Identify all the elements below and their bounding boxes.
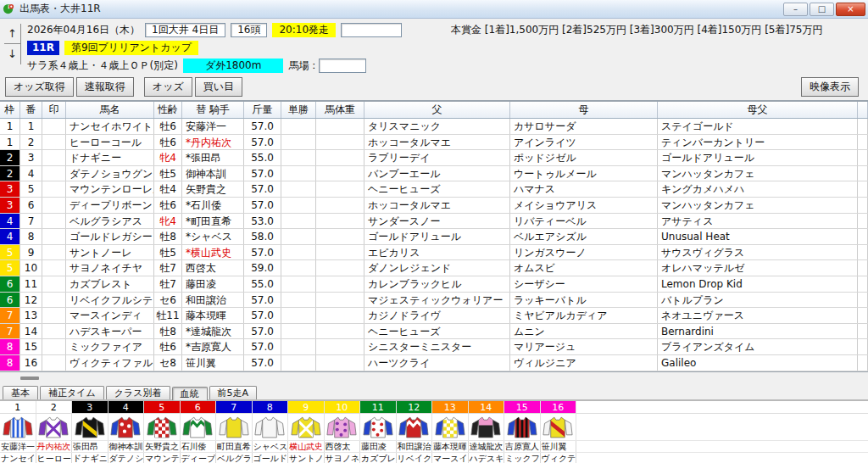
dam-cell: ラッキーバトル <box>510 293 658 308</box>
close-button[interactable]: × <box>836 3 865 16</box>
column-header-weight: 斤量 <box>244 102 281 118</box>
table-row[interactable]: 510サヨノネイチヤ牡7西啓太59.0ダノンレジェンドオムスビオレハマッテルゼ <box>0 260 868 276</box>
table-row[interactable]: 815ミックファイア牡6*吉原寛人57.0シニスターミニスターマリアージュブライ… <box>0 339 868 355</box>
table-row[interactable]: 23ドナギニー牝4*張田昂55.0ラブリーデイポッドジゼルゴールドアリュール <box>0 150 868 166</box>
horse-number-cell: 15 <box>20 339 42 354</box>
weight-cell: 57.0 <box>244 166 281 181</box>
table-row[interactable]: 36ディープリボーン牡6*石川倭57.0ホッコータルマエメイショウアリスマンハッ… <box>0 198 868 214</box>
sex-age-cell: 牡6 <box>154 339 182 354</box>
mark-cell <box>42 229 66 244</box>
sire-cell: カジノドライヴ <box>364 308 510 323</box>
frame-number-cell: 7 <box>0 308 20 323</box>
body-weight-cell <box>316 324 364 339</box>
silk-panel-horse: サヨノネイチヤ <box>325 453 361 463</box>
minimize-button[interactable]: – <box>783 3 808 16</box>
tab-3[interactable]: クラス別着 <box>106 386 170 399</box>
silk-panel-jockey: 横山武史 <box>288 441 325 452</box>
column-header-dam: 母 <box>510 102 658 118</box>
dam-cell: アインライツ <box>510 135 658 150</box>
dam-cell: リバティーベル <box>510 214 658 229</box>
video-display-button[interactable]: 映像表示 <box>801 77 859 97</box>
dam-cell: ヴィルジニア <box>510 355 658 371</box>
weight-cell: 57.0 <box>244 293 281 308</box>
table-row[interactable]: 714ハデスキーパー牡8*達城龍次57.0ヘニーヒューズムニンBernardin… <box>0 324 868 340</box>
table-row[interactable]: 713マースインディ牡11藤本現暉57.0カジノドライヴミヤビアルカディアネオユ… <box>0 308 868 324</box>
weight-cell: 57.0 <box>244 339 281 354</box>
toolbar-button-3[interactable]: オッズ <box>144 77 192 97</box>
table-row[interactable]: 12ヒーローコール牡6*丹内祐次57.0ホッコータルマエアインライツティンバーカ… <box>0 135 868 151</box>
extra-cell <box>858 135 868 150</box>
track-condition-input[interactable] <box>319 59 366 73</box>
tab-1[interactable]: 基本 <box>3 386 38 399</box>
silk-panel-number: 3 <box>72 401 108 413</box>
jockey-silk-icon <box>144 414 181 440</box>
sex-age-cell: 牝4 <box>154 214 182 229</box>
table-row[interactable]: 59サントノーレ牡5*横山武史57.0エピカリスリンガスウーノサウスヴィグラス <box>0 245 868 261</box>
weight-cell: 59.0 <box>244 260 281 276</box>
damsire-cell: ステイゴールド <box>658 119 858 134</box>
column-header-extra <box>858 102 868 118</box>
horse-number-cell: 9 <box>20 245 42 260</box>
frame-number-cell: 6 <box>0 276 20 292</box>
damsire-cell: ゴールドアリュール <box>658 150 858 165</box>
horizontal-scrollbar[interactable] <box>0 372 868 384</box>
tab-2[interactable]: 補正タイム <box>40 386 104 399</box>
sex-age-cell: 牡5 <box>154 166 182 181</box>
weight-cell: 55.0 <box>244 150 281 165</box>
mark-cell <box>42 135 66 150</box>
horse-number-cell: 7 <box>20 214 42 229</box>
silk-horse-row: ナンセイホワイトヒーローコールドナギニーダテノショウグンマウンテンローレルディー… <box>0 453 868 463</box>
table-row[interactable]: 35マウンテンローレル牡4矢野貴之57.0ヘニーヒューズハマナスキングカメハメハ <box>0 181 868 198</box>
dam-cell: リンガスウーノ <box>510 245 658 260</box>
tab-4[interactable]: 血統 <box>172 387 208 400</box>
prev-race-button[interactable]: ↑ <box>4 24 21 44</box>
body-weight-cell <box>316 150 364 165</box>
sire-cell: ラブリーデイ <box>364 150 510 165</box>
table-row[interactable]: 24ダテノショウグン牡5御神本訓57.0バンブーエールウートゥルメールマンハッタ… <box>0 166 868 182</box>
table-row[interactable]: 612リベイクフルシティセ6和田譲治57.0マジェスティックウォリアーラッキーバ… <box>0 293 868 309</box>
race-header: ↑ ↓ 2026年04月16日（木） 1回大井 4日目 16頭 20:10発走 … <box>0 19 868 75</box>
win-odds-cell <box>281 119 316 134</box>
blank-field[interactable] <box>341 23 402 37</box>
silk-panel-jockey: 丹内祐次 <box>36 441 73 452</box>
sex-age-cell: 牡7 <box>154 260 182 276</box>
toolbar-button-4[interactable]: 買い目 <box>195 77 242 97</box>
sire-cell: ゴールドアリュール <box>364 229 510 244</box>
win-odds-cell <box>281 260 316 276</box>
toolbar-button-2[interactable]: 速報取得 <box>76 77 134 97</box>
damsire-cell: Lemon Drop Kid <box>658 276 858 292</box>
frame-number-cell: 2 <box>0 166 20 181</box>
win-odds-cell <box>281 293 316 308</box>
body-weight-cell <box>316 214 364 229</box>
horse-name-cell: ディープリボーン <box>66 198 154 213</box>
silk-panel-horse: ゴールドレガシー <box>253 453 289 463</box>
frame-number-cell: 8 <box>0 355 20 371</box>
silk-panel-jockey: 藤田凌 <box>360 441 397 452</box>
body-weight-cell <box>316 166 364 181</box>
frame-number-cell: 5 <box>0 260 20 276</box>
table-row[interactable]: 48ゴールドレガシー牡8*シャベス58.0ゴールドアリュールベルエアシズルUnu… <box>0 229 868 245</box>
frame-number-cell: 3 <box>0 181 20 197</box>
table-row[interactable]: 47ベルグラシアス牝4*町田直希53.0サンダースノーリバティーベルアサティス <box>0 214 868 230</box>
body-weight-cell <box>316 293 364 308</box>
horse-name-cell: ヒーローコール <box>66 135 154 150</box>
scrollbar-thumb[interactable] <box>20 377 39 380</box>
horse-name-cell: ナンセイホワイト <box>66 119 154 134</box>
dam-cell: ポッドジゼル <box>510 150 658 165</box>
silk-panel-jockey: 御神本訓 <box>108 441 145 452</box>
frame-number-cell: 6 <box>0 293 20 308</box>
jockey-cell: *達城龍次 <box>182 324 244 339</box>
maximize-button[interactable]: □ <box>810 3 834 16</box>
jockey-silk-icon <box>108 414 145 440</box>
tab-5[interactable]: 前5走A <box>209 386 258 399</box>
toolbar-button-1[interactable]: オッズ取得 <box>5 77 74 97</box>
table-row[interactable]: 816ヴィクティファルスセ8笹川翼57.0ハーツクライヴィルジニアGalileo <box>0 355 868 371</box>
horse-name-cell: サヨノネイチヤ <box>66 260 154 276</box>
column-header-jockey: 替 騎手 <box>182 102 244 118</box>
mark-cell <box>42 260 66 276</box>
next-race-button[interactable]: ↓ <box>4 44 21 64</box>
silk-panel-horse: サントノーレ <box>288 453 325 463</box>
table-row[interactable]: 11ナンセイホワイト牡6安藤洋一57.0タリスマニックカサロサーダステイゴールド <box>0 119 868 135</box>
win-odds-cell <box>281 214 316 229</box>
table-row[interactable]: 611カズブレスト牡7藤田凌55.0カレンブラックヒルシーザシーLemon Dr… <box>0 276 868 293</box>
